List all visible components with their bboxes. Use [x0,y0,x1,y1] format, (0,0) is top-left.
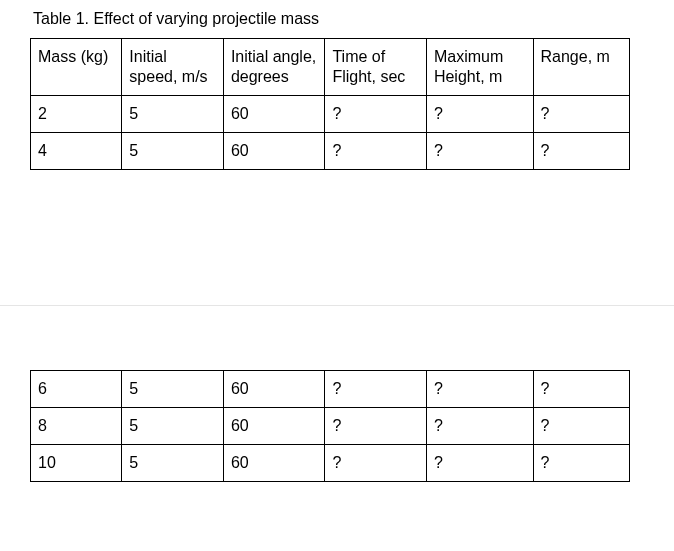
col-header-range: Range, m [533,39,630,96]
cell-height: ? [426,133,533,170]
cell-time: ? [325,371,427,408]
cell-time: ? [325,96,427,133]
table-row: 8 5 60 ? ? ? [31,408,630,445]
cell-mass: 8 [31,408,122,445]
cell-height: ? [426,408,533,445]
col-header-mass: Mass (kg) [31,39,122,96]
cell-mass: 2 [31,96,122,133]
table-row: 10 5 60 ? ? ? [31,445,630,482]
col-header-time: Time of Flight, sec [325,39,427,96]
cell-angle: 60 [223,371,325,408]
cell-speed: 5 [122,445,224,482]
cell-range: ? [533,408,630,445]
col-header-speed: Initial speed, m/s [122,39,224,96]
cell-speed: 5 [122,96,224,133]
table-title: Table 1. Effect of varying projectile ma… [33,10,644,28]
cell-time: ? [325,408,427,445]
page-break-gap [31,170,630,371]
page-divider [0,305,674,306]
cell-time: ? [325,133,427,170]
cell-range: ? [533,371,630,408]
cell-speed: 5 [122,408,224,445]
cell-angle: 60 [223,408,325,445]
cell-height: ? [426,371,533,408]
table-header-row: Mass (kg) Initial speed, m/s Initial ang… [31,39,630,96]
cell-time: ? [325,445,427,482]
cell-speed: 5 [122,133,224,170]
cell-range: ? [533,133,630,170]
cell-range: ? [533,445,630,482]
cell-range: ? [533,96,630,133]
cell-mass: 10 [31,445,122,482]
col-header-height: Maximum Height, m [426,39,533,96]
projectile-table-top: Mass (kg) Initial speed, m/s Initial ang… [30,38,630,482]
cell-mass: 4 [31,133,122,170]
cell-angle: 60 [223,96,325,133]
cell-angle: 60 [223,445,325,482]
cell-height: ? [426,96,533,133]
table-row: 2 5 60 ? ? ? [31,96,630,133]
cell-angle: 60 [223,133,325,170]
cell-mass: 6 [31,371,122,408]
table-row: 6 5 60 ? ? ? [31,371,630,408]
cell-speed: 5 [122,371,224,408]
cell-height: ? [426,445,533,482]
col-header-angle: Initial angle, degrees [223,39,325,96]
table-row: 4 5 60 ? ? ? [31,133,630,170]
